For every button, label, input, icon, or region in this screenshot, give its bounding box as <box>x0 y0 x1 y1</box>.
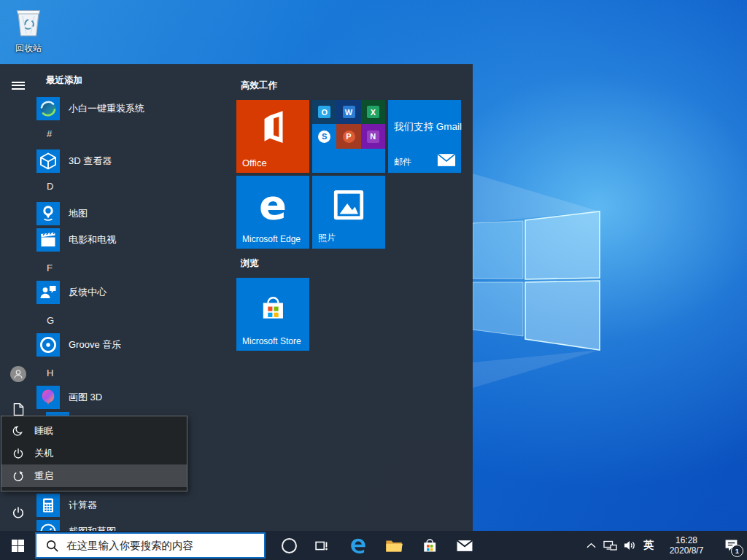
office-icon <box>258 109 288 145</box>
volume-icon <box>624 540 636 551</box>
menu-item-restart[interactable]: 重启 <box>1 464 187 487</box>
section-letter-hash[interactable]: # <box>47 128 76 139</box>
groove-music-icon <box>36 333 60 357</box>
edge-icon: e <box>236 184 309 225</box>
power-flyout-menu: 睡眠 关机 重启 <box>1 416 187 491</box>
chevron-up-icon <box>587 542 596 548</box>
volume-button[interactable] <box>620 531 639 560</box>
onenote-icon[interactable]: N <box>361 124 385 148</box>
app-item-groove-music[interactable]: Groove 音乐 <box>36 333 226 357</box>
start-menu-expand-button[interactable] <box>9 76 28 95</box>
maps-icon <box>36 202 60 225</box>
edge-icon <box>348 536 368 556</box>
mail-envelope-icon <box>457 540 473 552</box>
excel-icon[interactable]: X <box>361 100 385 124</box>
section-letter-f[interactable]: F <box>47 262 76 273</box>
mail-icon <box>437 152 456 168</box>
word-icon[interactable]: W <box>336 100 360 124</box>
cortana-button[interactable] <box>273 531 305 560</box>
movies-tv-icon <box>36 228 60 252</box>
tile-group-header-productivity: 高效工作 <box>241 79 277 92</box>
recycle-bin-icon <box>14 6 43 38</box>
tile-office[interactable]: Office <box>236 100 309 173</box>
desktop: 回收站 最近添加 小白一键重装系统 # 3D 查看器 D <box>0 0 747 560</box>
tile-microsoft-edge[interactable]: e Microsoft Edge <box>236 176 309 249</box>
taskbar-mail-button[interactable] <box>449 531 481 560</box>
sleep-icon <box>12 425 24 437</box>
recycle-bin-label: 回收站 <box>6 42 51 55</box>
cortana-icon <box>282 538 297 553</box>
task-view-icon <box>314 539 328 553</box>
feedback-hub-icon <box>36 281 60 304</box>
tile-mail[interactable]: 我们支持 Gmail 邮件 <box>388 100 461 173</box>
menu-item-shutdown[interactable]: 关机 <box>1 442 187 464</box>
menu-item-sleep[interactable]: 睡眠 <box>1 419 187 442</box>
recently-added-header: 最近添加 <box>46 74 82 87</box>
network-button[interactable] <box>600 531 620 560</box>
app-item-3d-viewer[interactable]: 3D 查看器 <box>36 149 226 173</box>
search-input[interactable] <box>65 539 264 552</box>
calculator-icon <box>36 494 60 517</box>
file-explorer-icon <box>385 539 403 553</box>
taskbar-search-box[interactable] <box>35 532 266 559</box>
app-item-paint-3d[interactable]: 画图 3D <box>36 386 226 409</box>
3d-viewer-icon <box>36 149 60 173</box>
office-apps-minigrid: O W X S P N <box>312 100 385 149</box>
taskbar: 英 16:28 2020/8/7 1 <box>0 531 747 560</box>
store-icon <box>257 292 289 323</box>
power-button[interactable] <box>9 503 28 522</box>
paint-3d-icon <box>36 386 60 409</box>
notification-badge: 1 <box>731 545 743 557</box>
tray-date: 2020/8/7 <box>664 545 709 556</box>
photos-icon <box>332 188 365 222</box>
app-item-feedback-hub[interactable]: 反馈中心 <box>36 281 226 304</box>
system-tray: 英 16:28 2020/8/7 1 <box>582 531 747 560</box>
section-letter-d[interactable]: D <box>47 181 76 192</box>
app-item-movies-tv[interactable]: 电影和电视 <box>36 228 226 252</box>
tile-group-header-explore: 浏览 <box>241 257 259 270</box>
restart-icon <box>12 470 24 482</box>
user-account-button[interactable] <box>9 365 28 384</box>
taskbar-file-explorer-button[interactable] <box>378 531 410 560</box>
tray-overflow-button[interactable] <box>582 531 600 560</box>
start-button[interactable] <box>0 531 35 560</box>
document-icon <box>13 402 24 416</box>
powerpoint-icon[interactable]: P <box>336 124 360 148</box>
tile-office-apps-group[interactable]: O W X S P N <box>312 100 385 173</box>
tile-photos[interactable]: 照片 <box>312 176 385 249</box>
app-item-snip-sketch[interactable]: 截图和草图 <box>36 520 226 531</box>
xiaobai-icon <box>36 97 60 120</box>
snip-sketch-icon <box>36 520 60 531</box>
ime-indicator[interactable]: 英 <box>639 531 658 560</box>
app-item-maps[interactable]: 地图 <box>36 202 226 225</box>
search-icon <box>45 539 59 553</box>
outlook-icon[interactable]: O <box>312 100 336 124</box>
taskbar-edge-button[interactable] <box>341 531 374 560</box>
shutdown-icon <box>12 448 24 459</box>
section-letter-h[interactable]: H <box>47 368 76 378</box>
power-icon <box>12 506 25 519</box>
taskbar-store-button[interactable] <box>414 531 446 560</box>
mail-promo-text: 我们支持 Gmail <box>394 120 462 133</box>
app-item-calculator[interactable]: 计算器 <box>36 494 226 517</box>
skype-icon[interactable]: S <box>312 124 336 148</box>
network-icon <box>603 540 617 551</box>
user-avatar <box>10 366 26 382</box>
clock[interactable]: 16:28 2020/8/7 <box>658 531 715 560</box>
recycle-bin-desktop-icon[interactable]: 回收站 <box>6 6 51 55</box>
app-item-xiaobai[interactable]: 小白一键重装系统 <box>36 97 226 120</box>
store-icon <box>420 537 439 554</box>
tile-microsoft-store[interactable]: Microsoft Store <box>236 278 309 351</box>
user-icon <box>12 368 25 381</box>
tray-time: 16:28 <box>664 535 709 545</box>
section-letter-g[interactable]: G <box>47 315 76 326</box>
hamburger-icon <box>12 79 25 91</box>
action-center-button[interactable]: 1 <box>715 531 747 560</box>
task-view-button[interactable] <box>305 531 337 560</box>
windows-flag-icon <box>12 540 24 552</box>
